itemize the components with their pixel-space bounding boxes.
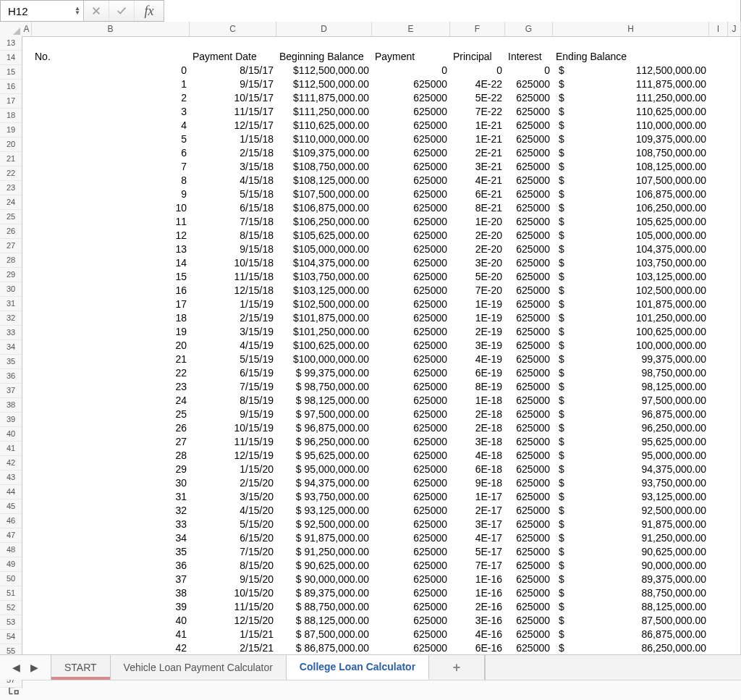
cell-payment[interactable]: 625000 [372, 256, 450, 270]
cell-payment-date[interactable]: 1/15/19 [190, 298, 276, 311]
cell-payment[interactable]: 625000 [372, 298, 450, 311]
cell-principal[interactable]: 2E-21 [450, 146, 505, 160]
cell-payment-date[interactable]: 7/15/20 [190, 545, 276, 559]
cell-beginning-balance[interactable]: $ 95,000,000.00 [276, 463, 372, 476]
cell-beginning-balance[interactable]: $ 91,875,000.00 [276, 531, 372, 545]
cell-no[interactable]: 29 [32, 463, 190, 476]
cell-payment-date[interactable]: 3/15/20 [190, 490, 276, 504]
row-header-34[interactable]: 34 [0, 340, 22, 355]
cell-payment[interactable]: 625000 [372, 490, 450, 504]
cell-payment-date[interactable]: 3/15/18 [190, 160, 276, 174]
cell-payment-date[interactable]: 11/15/18 [190, 270, 276, 284]
cell-beginning-balance[interactable]: $106,250,000.00 [276, 215, 372, 229]
cell-ending-balance[interactable]: $106,875,000.00 [553, 187, 709, 201]
cell-interest[interactable]: 625000 [505, 270, 553, 284]
cell-no[interactable]: 12 [32, 229, 190, 243]
cell-interest[interactable]: 625000 [505, 586, 553, 600]
cell-beginning-balance[interactable]: $100,000,000.00 [276, 353, 372, 366]
row-header-15[interactable]: 15 [0, 65, 22, 80]
cell-payment[interactable]: 625000 [372, 174, 450, 187]
cell-principal[interactable]: 0 [450, 64, 505, 77]
row-header-14[interactable]: 14 [0, 51, 22, 65]
cell-ending-balance[interactable]: $93,125,000.00 [553, 490, 709, 504]
cell-interest[interactable]: 625000 [505, 476, 553, 490]
cell-ending-balance[interactable]: $95,625,000.00 [553, 435, 709, 449]
cell-no[interactable]: 38 [32, 586, 190, 600]
cell-beginning-balance[interactable]: $ 88,125,000.00 [276, 614, 372, 628]
cell-interest[interactable]: 625000 [505, 545, 553, 559]
tab-next-icon[interactable]: ▶ [30, 662, 38, 673]
cell-principal[interactable]: 2E-16 [450, 600, 505, 614]
cell-ending-balance[interactable]: $89,375,000.00 [553, 573, 709, 586]
row-header-38[interactable]: 38 [0, 398, 22, 413]
cell-payment-date[interactable]: 12/15/18 [190, 284, 276, 298]
cell-beginning-balance[interactable]: $107,500,000.00 [276, 187, 372, 201]
cell-payment[interactable]: 625000 [372, 476, 450, 490]
cell-payment-date[interactable]: 9/15/19 [190, 408, 276, 421]
cell-principal[interactable]: 4E-19 [450, 353, 505, 366]
cell-ending-balance[interactable]: $100,625,000.00 [553, 325, 709, 339]
cell-beginning-balance[interactable]: $111,875,000.00 [276, 91, 372, 105]
cell-payment[interactable]: 625000 [372, 518, 450, 531]
row-header-28[interactable]: 28 [0, 253, 22, 268]
cell-payment-date[interactable]: 7/15/19 [190, 380, 276, 394]
name-box[interactable]: H12 ▲▼ [1, 1, 84, 21]
cell-payment-date[interactable]: 2/15/21 [190, 641, 276, 655]
row-header-30[interactable]: 30 [0, 282, 22, 297]
cell-ending-balance[interactable]: $111,250,000.00 [553, 91, 709, 105]
cell-beginning-balance[interactable]: $102,500,000.00 [276, 298, 372, 311]
column-header-J[interactable]: J [728, 22, 741, 36]
cell-beginning-balance[interactable]: $ 87,500,000.00 [276, 628, 372, 641]
cell-no[interactable]: 35 [32, 545, 190, 559]
cell-payment-date[interactable]: 4/15/18 [190, 174, 276, 187]
cell-principal[interactable]: 7E-20 [450, 284, 505, 298]
cell-payment-date[interactable]: 10/15/18 [190, 256, 276, 270]
cell-payment[interactable]: 625000 [372, 614, 450, 628]
cell-beginning-balance[interactable]: $ 98,125,000.00 [276, 394, 372, 408]
cell-ending-balance[interactable]: $91,250,000.00 [553, 531, 709, 545]
cell-ending-balance[interactable]: $86,875,000.00 [553, 628, 709, 641]
cell-ending-balance[interactable]: $110,625,000.00 [553, 105, 709, 119]
cell-no[interactable]: 20 [32, 339, 190, 353]
cell-payment-date[interactable]: 11/15/20 [190, 600, 276, 614]
cell-payment-date[interactable]: 2/15/19 [190, 311, 276, 325]
cell-ending-balance[interactable]: $92,500,000.00 [553, 504, 709, 518]
cell-beginning-balance[interactable]: $ 93,750,000.00 [276, 490, 372, 504]
cell-beginning-balance[interactable]: $101,250,000.00 [276, 325, 372, 339]
cell-no[interactable]: 4 [32, 119, 190, 132]
row-header-41[interactable]: 41 [0, 442, 22, 456]
cell-no[interactable]: 10 [32, 201, 190, 215]
cell-no[interactable]: 36 [32, 559, 190, 573]
cell-ending-balance[interactable]: $95,000,000.00 [553, 449, 709, 463]
row-header-39[interactable]: 39 [0, 413, 22, 427]
cell-principal[interactable]: 1E-18 [450, 394, 505, 408]
cell-payment[interactable]: 625000 [372, 311, 450, 325]
cell-beginning-balance[interactable]: $ 92,500,000.00 [276, 518, 372, 531]
cell-beginning-balance[interactable]: $103,125,000.00 [276, 284, 372, 298]
row-header-46[interactable]: 46 [0, 514, 22, 528]
cell-no[interactable]: 9 [32, 187, 190, 201]
cell-interest[interactable]: 625000 [505, 614, 553, 628]
cell-no[interactable]: 22 [32, 366, 190, 380]
cell-principal[interactable]: 1E-17 [450, 490, 505, 504]
cell-payment-date[interactable]: 6/15/18 [190, 201, 276, 215]
cell-payment-date[interactable]: 11/15/19 [190, 435, 276, 449]
cell-principal[interactable]: 7E-22 [450, 105, 505, 119]
cell-principal[interactable]: 7E-17 [450, 559, 505, 573]
cell-beginning-balance[interactable]: $ 97,500,000.00 [276, 408, 372, 421]
cell-principal[interactable]: 1E-20 [450, 215, 505, 229]
row-header-33[interactable]: 33 [0, 326, 22, 340]
cell-principal[interactable]: 2E-20 [450, 229, 505, 243]
sheet-tab[interactable]: START [51, 655, 111, 680]
cell-no[interactable]: 6 [32, 146, 190, 160]
cell-payment-date[interactable]: 10/15/19 [190, 421, 276, 435]
cell-payment-date[interactable]: 1/15/18 [190, 132, 276, 146]
cell-principal[interactable]: 6E-16 [450, 641, 505, 655]
cell-payment-date[interactable]: 2/15/18 [190, 146, 276, 160]
cell-ending-balance[interactable]: $103,125,000.00 [553, 270, 709, 284]
cell-payment-date[interactable]: 6/15/20 [190, 531, 276, 545]
row-header-26[interactable]: 26 [0, 224, 22, 239]
cell-no[interactable]: 33 [32, 518, 190, 531]
cell-principal[interactable]: 5E-17 [450, 545, 505, 559]
cell-ending-balance[interactable]: $86,250,000.00 [553, 641, 709, 655]
